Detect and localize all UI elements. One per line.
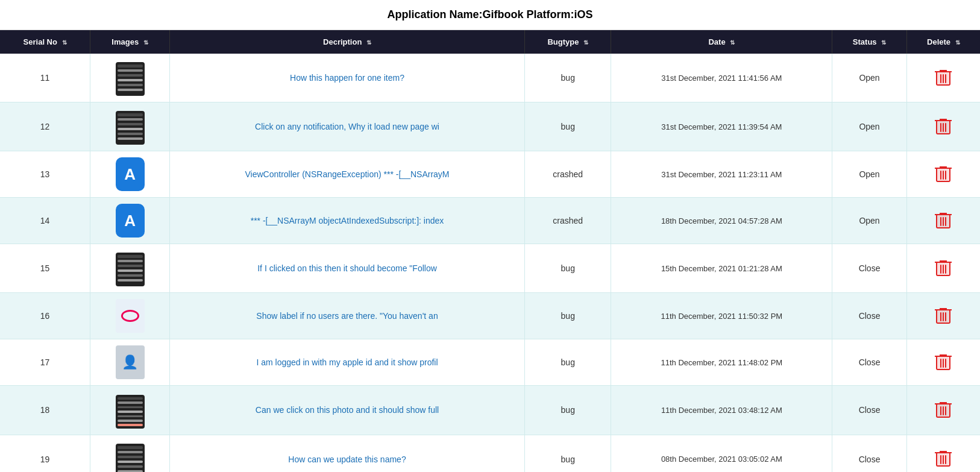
delete-button[interactable]	[932, 397, 954, 423]
sort-icon-bugtype[interactable]: ⇅	[583, 39, 588, 46]
trash-icon	[935, 306, 952, 325]
date-cell: 31st December, 2021 11:39:54 AM	[611, 102, 832, 151]
app-title: Application Name:Gifbook Platform:iOS	[0, 0, 980, 30]
description-cell[interactable]: ViewController (NSRangeException) *** -[…	[169, 151, 524, 198]
sort-icon-images[interactable]: ⇅	[143, 39, 148, 46]
status-cell: Close	[832, 435, 907, 472]
delete-cell[interactable]	[906, 151, 980, 198]
serial-cell: 19	[0, 435, 90, 472]
serial-cell: 16	[0, 293, 90, 339]
serial-cell: 11	[0, 54, 90, 102]
col-status: Status ⇅	[832, 30, 907, 54]
status-cell: Open	[832, 54, 907, 102]
serial-cell: 12	[0, 102, 90, 151]
bugtype-cell: bug	[525, 293, 611, 339]
delete-cell[interactable]	[906, 54, 980, 102]
serial-cell: 18	[0, 386, 90, 435]
serial-cell: 13	[0, 151, 90, 198]
image-cell[interactable]: A	[90, 151, 170, 198]
bug-table: Serial No ⇅ Images ⇅ Decription ⇅ Bugtyp…	[0, 30, 980, 472]
serial-cell: 14	[0, 198, 90, 244]
status-cell: Close	[832, 244, 907, 293]
sort-icon-status[interactable]: ⇅	[881, 39, 886, 46]
bugtype-cell: bug	[525, 102, 611, 151]
date-cell: 31st December, 2021 11:41:56 AM	[611, 54, 832, 102]
delete-cell[interactable]	[906, 386, 980, 435]
bugtype-cell: bug	[525, 435, 611, 472]
status-cell: Close	[832, 339, 907, 386]
col-bugtype: Bugtype ⇅	[525, 30, 611, 54]
description-cell[interactable]: If I clicked on this then it should beco…	[169, 244, 524, 293]
delete-button[interactable]	[932, 446, 954, 472]
delete-cell[interactable]	[906, 293, 980, 339]
table-row: 11How this happen for one item?bug31st D…	[0, 54, 980, 102]
delete-cell[interactable]	[906, 435, 980, 472]
trash-icon	[935, 448, 952, 468]
date-cell: 15th December, 2021 01:21:28 AM	[611, 244, 832, 293]
bugtype-cell: crashed	[525, 198, 611, 244]
image-cell[interactable]	[90, 54, 170, 102]
table-row: 15If I clicked on this then it should be…	[0, 244, 980, 293]
trash-icon	[935, 352, 952, 371]
image-cell[interactable]: A	[90, 198, 170, 244]
date-cell: 08th December, 2021 03:05:02 AM	[611, 435, 832, 472]
trash-icon	[935, 400, 952, 419]
image-cell[interactable]	[90, 102, 170, 151]
bugtype-cell: bug	[525, 339, 611, 386]
delete-button[interactable]	[932, 256, 954, 282]
image-cell[interactable]	[90, 386, 170, 435]
delete-button[interactable]	[932, 114, 954, 140]
image-cell[interactable]: 👤	[90, 339, 170, 386]
status-cell: Open	[832, 102, 907, 151]
date-cell: 11th December, 2021 11:48:02 PM	[611, 339, 832, 386]
serial-cell: 15	[0, 244, 90, 293]
delete-cell[interactable]	[906, 198, 980, 244]
status-cell: Close	[832, 386, 907, 435]
trash-icon	[935, 164, 952, 183]
description-cell[interactable]: *** -[__NSArrayM objectAtIndexedSubscrip…	[169, 198, 524, 244]
serial-cell: 17	[0, 339, 90, 386]
sort-icon-description[interactable]: ⇅	[366, 39, 371, 46]
trash-icon	[935, 68, 952, 87]
date-cell: 31st December, 2021 11:23:11 AM	[611, 151, 832, 198]
sort-icon-delete[interactable]: ⇅	[955, 39, 960, 46]
image-cell[interactable]	[90, 244, 170, 293]
image-cell[interactable]	[90, 435, 170, 472]
delete-cell[interactable]	[906, 244, 980, 293]
delete-cell[interactable]	[906, 339, 980, 386]
description-cell[interactable]: How this happen for one item?	[169, 54, 524, 102]
col-delete: Delete ⇅	[906, 30, 980, 54]
bugtype-cell: bug	[525, 244, 611, 293]
title-text: Application Name:Gifbook Platform:iOS	[387, 8, 592, 20]
col-date: Date ⇅	[611, 30, 832, 54]
delete-button[interactable]	[932, 162, 954, 187]
table-header-row: Serial No ⇅ Images ⇅ Decription ⇅ Bugtyp…	[0, 30, 980, 54]
delete-button[interactable]	[932, 65, 954, 91]
description-cell[interactable]: How can we update this name?	[169, 435, 524, 472]
description-cell[interactable]: I am logged in with my apple id and it s…	[169, 339, 524, 386]
description-cell[interactable]: Can we click on this photo and it should…	[169, 386, 524, 435]
date-cell: 18th December, 2021 04:57:28 AM	[611, 198, 832, 244]
image-cell[interactable]	[90, 293, 170, 339]
description-cell[interactable]: Show label if no users are there. "You h…	[169, 293, 524, 339]
date-cell: 11th December, 2021 03:48:12 AM	[611, 386, 832, 435]
delete-button[interactable]	[932, 350, 954, 376]
table-row: 12Click on any notification, Why it load…	[0, 102, 980, 151]
date-cell: 11th December, 2021 11:50:32 PM	[611, 293, 832, 339]
col-description: Decription ⇅	[169, 30, 524, 54]
delete-button[interactable]	[932, 208, 954, 234]
sort-icon-serial[interactable]: ⇅	[62, 39, 67, 46]
col-images: Images ⇅	[90, 30, 170, 54]
table-row: 17👤I am logged in with my apple id and i…	[0, 339, 980, 386]
table-row: 19How can we update this name?bug08th De…	[0, 435, 980, 472]
table-row: 14A*** -[__NSArrayM objectAtIndexedSubsc…	[0, 198, 980, 244]
trash-icon	[935, 210, 952, 230]
table-row: 13AViewController (NSRangeException) ***…	[0, 151, 980, 198]
bugtype-cell: crashed	[525, 151, 611, 198]
bugtype-cell: bug	[525, 386, 611, 435]
description-cell[interactable]: Click on any notification, Why it load n…	[169, 102, 524, 151]
sort-icon-date[interactable]: ⇅	[730, 39, 735, 46]
delete-button[interactable]	[932, 303, 954, 329]
delete-cell[interactable]	[906, 102, 980, 151]
table-row: 16Show label if no users are there. "You…	[0, 293, 980, 339]
